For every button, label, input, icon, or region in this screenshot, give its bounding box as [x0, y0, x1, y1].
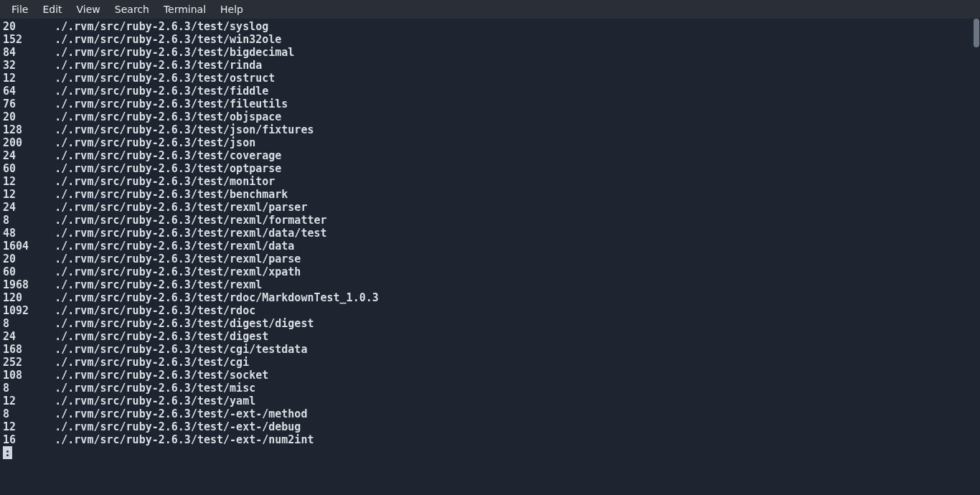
output-line: 12./.rvm/src/ruby-2.6.3/test/ostruct	[3, 72, 977, 85]
path-value: ./.rvm/src/ruby-2.6.3/test/optparse	[55, 162, 281, 175]
output-line: 20./.rvm/src/ruby-2.6.3/test/rexml/parse	[3, 253, 977, 265]
size-value: 12	[3, 72, 55, 85]
size-value: 8	[3, 317, 55, 330]
output-line: 108./.rvm/src/ruby-2.6.3/test/socket	[3, 369, 977, 382]
output-line: 1604./.rvm/src/ruby-2.6.3/test/rexml/dat…	[3, 240, 977, 253]
output-line: 12./.rvm/src/ruby-2.6.3/test/yaml	[3, 395, 977, 407]
menu-terminal[interactable]: Terminal	[156, 1, 213, 17]
output-line: 76./.rvm/src/ruby-2.6.3/test/fileutils	[3, 98, 977, 110]
path-value: ./.rvm/src/ruby-2.6.3/test/json/fixtures	[55, 123, 314, 136]
output-line: 168./.rvm/src/ruby-2.6.3/test/cgi/testda…	[3, 343, 977, 356]
size-value: 108	[3, 369, 55, 382]
path-value: ./.rvm/src/ruby-2.6.3/test/-ext-/debug	[55, 420, 301, 433]
menu-view[interactable]: View	[70, 1, 108, 17]
size-value: 76	[3, 98, 55, 110]
size-value: 20	[3, 110, 55, 123]
size-value: 8	[3, 407, 55, 420]
size-value: 48	[3, 227, 55, 240]
output-line: 1092./.rvm/src/ruby-2.6.3/test/rdoc	[3, 304, 977, 317]
path-value: ./.rvm/src/ruby-2.6.3/test/-ext-/method	[55, 407, 307, 420]
path-value: ./.rvm/src/ruby-2.6.3/test/rexml/parse	[55, 253, 301, 265]
terminal-output: 20./.rvm/src/ruby-2.6.3/test/syslog152./…	[0, 19, 980, 459]
size-value: 24	[3, 330, 55, 343]
output-line: 20./.rvm/src/ruby-2.6.3/test/syslog	[3, 20, 977, 33]
size-value: 84	[3, 46, 55, 59]
terminal-area[interactable]: 20./.rvm/src/ruby-2.6.3/test/syslog152./…	[0, 19, 980, 495]
output-line: 120./.rvm/src/ruby-2.6.3/test/rdoc/Markd…	[3, 291, 977, 304]
scrollbar-thumb[interactable]	[974, 19, 979, 47]
output-line: 8./.rvm/src/ruby-2.6.3/test/digest/diges…	[3, 317, 977, 330]
output-line: 16./.rvm/src/ruby-2.6.3/test/-ext-/num2i…	[3, 433, 977, 446]
path-value: ./.rvm/src/ruby-2.6.3/test/rinda	[55, 59, 262, 72]
size-value: 32	[3, 59, 55, 72]
path-value: ./.rvm/src/ruby-2.6.3/test/ostruct	[55, 72, 275, 85]
output-line: 252./.rvm/src/ruby-2.6.3/test/cgi	[3, 356, 977, 369]
path-value: ./.rvm/src/ruby-2.6.3/test/cgi	[55, 356, 249, 369]
path-value: ./.rvm/src/ruby-2.6.3/test/monitor	[55, 175, 275, 188]
size-value: 60	[3, 162, 55, 175]
output-line: 12./.rvm/src/ruby-2.6.3/test/monitor	[3, 175, 977, 188]
size-value: 152	[3, 33, 55, 46]
output-line: 48./.rvm/src/ruby-2.6.3/test/rexml/data/…	[3, 227, 977, 240]
size-value: 16	[3, 433, 55, 446]
size-value: 1968	[3, 278, 55, 291]
output-line: 24./.rvm/src/ruby-2.6.3/test/rexml/parse…	[3, 201, 977, 214]
path-value: ./.rvm/src/ruby-2.6.3/test/rexml/data	[55, 240, 294, 253]
path-value: ./.rvm/src/ruby-2.6.3/test/yaml	[55, 395, 255, 407]
size-value: 1604	[3, 240, 55, 253]
path-value: ./.rvm/src/ruby-2.6.3/test/rexml/parser	[55, 201, 307, 214]
size-value: 120	[3, 291, 55, 304]
path-value: ./.rvm/src/ruby-2.6.3/test/rexml/formatt…	[55, 214, 326, 227]
output-line: 1968./.rvm/src/ruby-2.6.3/test/rexml	[3, 278, 977, 291]
output-line: 8./.rvm/src/ruby-2.6.3/test/-ext-/method	[3, 407, 977, 420]
path-value: ./.rvm/src/ruby-2.6.3/test/socket	[55, 369, 268, 382]
path-value: ./.rvm/src/ruby-2.6.3/test/objspace	[55, 110, 281, 123]
path-value: ./.rvm/src/ruby-2.6.3/test/digest/digest	[55, 317, 314, 330]
path-value: ./.rvm/src/ruby-2.6.3/test/benchmark	[55, 188, 288, 201]
output-line: 12./.rvm/src/ruby-2.6.3/test/benchmark	[3, 188, 977, 201]
pager-prompt-line[interactable]: :	[3, 446, 977, 459]
output-line: 84./.rvm/src/ruby-2.6.3/test/bigdecimal	[3, 46, 977, 59]
size-value: 8	[3, 214, 55, 227]
menubar: FileEditViewSearchTerminalHelp	[0, 0, 980, 19]
output-line: 128./.rvm/src/ruby-2.6.3/test/json/fixtu…	[3, 123, 977, 136]
output-line: 12./.rvm/src/ruby-2.6.3/test/-ext-/debug	[3, 420, 977, 433]
output-line: 60./.rvm/src/ruby-2.6.3/test/rexml/xpath	[3, 265, 977, 278]
size-value: 24	[3, 201, 55, 214]
size-value: 8	[3, 382, 55, 395]
output-line: 200./.rvm/src/ruby-2.6.3/test/json	[3, 136, 977, 149]
size-value: 200	[3, 136, 55, 149]
size-value: 12	[3, 188, 55, 201]
path-value: ./.rvm/src/ruby-2.6.3/test/rexml	[55, 278, 262, 291]
path-value: ./.rvm/src/ruby-2.6.3/test/win32ole	[55, 33, 281, 46]
output-line: 64./.rvm/src/ruby-2.6.3/test/fiddle	[3, 85, 977, 98]
path-value: ./.rvm/src/ruby-2.6.3/test/rdoc/Markdown…	[55, 291, 379, 304]
path-value: ./.rvm/src/ruby-2.6.3/test/fiddle	[55, 85, 268, 98]
size-value: 168	[3, 343, 55, 356]
menu-file[interactable]: File	[4, 1, 35, 17]
path-value: ./.rvm/src/ruby-2.6.3/test/misc	[55, 382, 255, 395]
size-value: 20	[3, 253, 55, 265]
pager-prompt[interactable]: :	[3, 446, 12, 459]
path-value: ./.rvm/src/ruby-2.6.3/test/digest	[55, 330, 268, 343]
size-value: 12	[3, 420, 55, 433]
path-value: ./.rvm/src/ruby-2.6.3/test/fileutils	[55, 98, 288, 110]
menu-edit[interactable]: Edit	[35, 1, 69, 17]
path-value: ./.rvm/src/ruby-2.6.3/test/rdoc	[55, 304, 255, 317]
size-value: 12	[3, 175, 55, 188]
output-line: 24./.rvm/src/ruby-2.6.3/test/coverage	[3, 149, 977, 162]
output-line: 8./.rvm/src/ruby-2.6.3/test/misc	[3, 382, 977, 395]
path-value: ./.rvm/src/ruby-2.6.3/test/coverage	[55, 149, 281, 162]
path-value: ./.rvm/src/ruby-2.6.3/test/bigdecimal	[55, 46, 294, 59]
size-value: 64	[3, 85, 55, 98]
menu-help[interactable]: Help	[213, 1, 250, 17]
path-value: ./.rvm/src/ruby-2.6.3/test/-ext-/num2int	[55, 433, 314, 446]
menu-search[interactable]: Search	[108, 1, 156, 17]
size-value: 20	[3, 20, 55, 33]
path-value: ./.rvm/src/ruby-2.6.3/test/json	[55, 136, 255, 149]
scrollbar-track[interactable]	[973, 19, 980, 495]
path-value: ./.rvm/src/ruby-2.6.3/test/cgi/testdata	[55, 343, 307, 356]
size-value: 128	[3, 123, 55, 136]
path-value: ./.rvm/src/ruby-2.6.3/test/rexml/xpath	[55, 265, 301, 278]
path-value: ./.rvm/src/ruby-2.6.3/test/rexml/data/te…	[55, 227, 326, 240]
